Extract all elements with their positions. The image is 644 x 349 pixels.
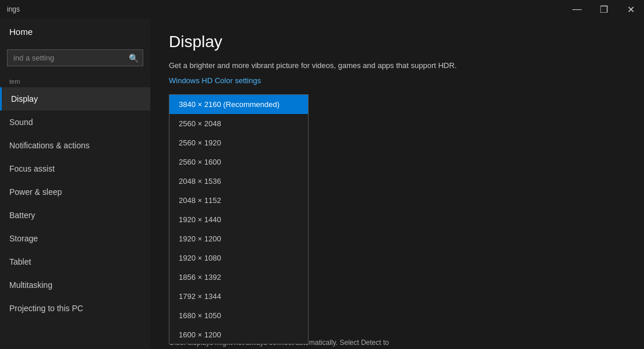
hdr-link[interactable]: Windows HD Color settings <box>169 76 261 85</box>
sidebar-item-multitasking[interactable]: Multitasking <box>0 273 150 297</box>
titlebar-controls: — ❐ ✕ <box>564 0 644 19</box>
sidebar-section-header: tem <box>0 73 150 87</box>
close-button[interactable]: ✕ <box>617 0 644 19</box>
content-area: Display Get a brighter and more vibrant … <box>150 19 644 349</box>
sidebar: Home 🔍 tem DisplaySoundNotifications & a… <box>0 19 150 349</box>
main-layout: Home 🔍 tem DisplaySoundNotifications & a… <box>0 19 644 349</box>
minimize-button[interactable]: — <box>564 0 590 19</box>
search-icon[interactable]: 🔍 <box>129 54 139 63</box>
sidebar-items-list: DisplaySoundNotifications & actionsFocus… <box>0 87 150 320</box>
titlebar-title: ings <box>7 5 20 13</box>
dropdown-option[interactable]: 1856 × 1392 <box>169 268 308 287</box>
restore-button[interactable]: ❐ <box>590 0 617 19</box>
sidebar-item-storage[interactable]: Storage <box>0 227 150 250</box>
resolution-dropdown[interactable]: 3840 × 2160 (Recommended)2560 × 20482560… <box>169 94 309 344</box>
description-text: Get a brighter and more vibrant picture … <box>169 60 460 71</box>
dropdown-option[interactable]: 1600 × 1200 <box>169 325 308 344</box>
dropdown-option[interactable]: 1920 × 1200 <box>169 229 308 248</box>
dropdown-option[interactable]: 2560 × 1920 <box>169 133 308 152</box>
sidebar-item-power[interactable]: Power & sleep <box>0 180 150 204</box>
sidebar-item-projecting[interactable]: Projecting to this PC <box>0 297 150 320</box>
dropdown-option[interactable]: 1920 × 1080 <box>169 248 308 268</box>
search-input[interactable] <box>7 49 143 66</box>
dropdown-option[interactable]: 1792 × 1344 <box>169 287 308 306</box>
dropdown-option[interactable]: 2560 × 1600 <box>169 152 308 172</box>
sidebar-item-display[interactable]: Display <box>0 87 150 111</box>
sidebar-item-sound[interactable]: Sound <box>0 111 150 134</box>
dropdown-option[interactable]: 3840 × 2160 (Recommended) <box>169 95 308 114</box>
dropdown-option[interactable]: 1680 × 1050 <box>169 306 308 325</box>
sidebar-item-tablet[interactable]: Tablet <box>0 250 150 273</box>
dropdown-option[interactable]: 2560 × 2048 <box>169 114 308 133</box>
dropdown-option[interactable]: 2048 × 1152 <box>169 191 308 210</box>
dropdown-items-list: 3840 × 2160 (Recommended)2560 × 20482560… <box>169 95 308 344</box>
sidebar-item-home[interactable]: Home <box>0 19 150 45</box>
titlebar: ings — ❐ ✕ <box>0 0 644 19</box>
sidebar-item-battery[interactable]: Battery <box>0 204 150 227</box>
dropdown-option[interactable]: 1920 × 1440 <box>169 210 308 229</box>
dropdown-option[interactable]: 2048 × 1536 <box>169 172 308 191</box>
search-box: 🔍 <box>7 49 143 66</box>
sidebar-item-focus[interactable]: Focus assist <box>0 157 150 180</box>
page-title: Display <box>169 33 625 51</box>
sidebar-item-notifications[interactable]: Notifications & actions <box>0 134 150 157</box>
